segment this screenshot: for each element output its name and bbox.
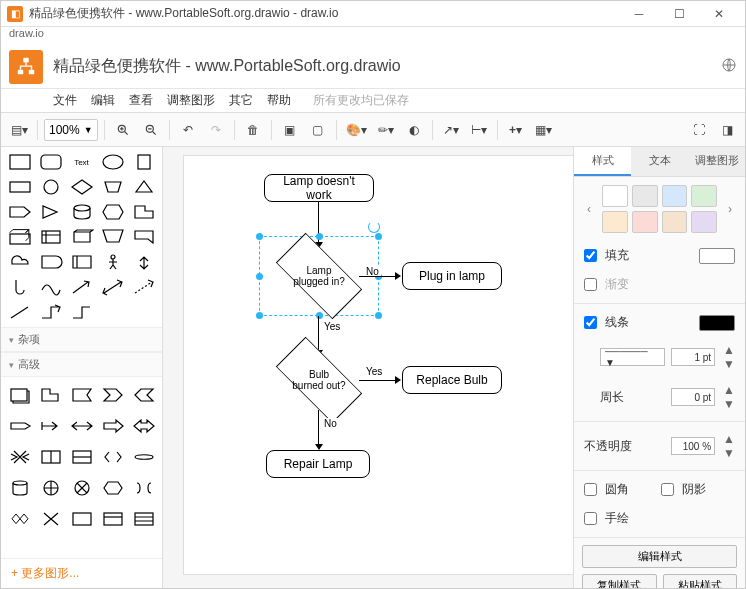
tab-arrange[interactable]: 调整图形 (688, 147, 745, 176)
opacity-input[interactable]: 100 % (671, 437, 715, 455)
flow-node-replace[interactable]: Replace Bulb (402, 366, 502, 394)
flow-node-start[interactable]: Lamp doesn't work (264, 174, 374, 202)
shape-palette-advanced[interactable] (1, 377, 162, 537)
copy-style-button[interactable]: 复制样式 (582, 574, 657, 589)
edge-label[interactable]: No (322, 418, 339, 429)
stepper-up-icon[interactable]: ▲ (723, 343, 735, 357)
more-shapes-button[interactable]: + 更多图形... (1, 558, 162, 588)
save-status: 所有更改均已保存 (313, 92, 409, 109)
svg-point-12 (74, 205, 90, 211)
format-panel: 样式 文本 调整图形 ‹ › 填充 渐变 线条 ────── ▼ 1 pt ▲▼… (573, 147, 745, 588)
close-button[interactable]: ✕ (699, 1, 739, 27)
fullscreen-icon[interactable]: ⛶ (687, 117, 711, 143)
tab-text[interactable]: 文本 (631, 147, 688, 176)
canvas[interactable]: Lamp doesn't work Lamp plugged in? No Pl… (163, 147, 573, 588)
line-color[interactable] (699, 315, 735, 331)
shadow-checkbox[interactable] (661, 483, 674, 496)
table-icon[interactable]: ▦▾ (532, 117, 556, 143)
app-icon: ◧ (7, 6, 23, 22)
perimeter-input[interactable]: 0 pt (671, 388, 715, 406)
undo-icon[interactable]: ↶ (176, 117, 200, 143)
menu-extras[interactable]: 其它 (229, 92, 253, 109)
svg-rect-1 (18, 69, 24, 74)
svg-rect-14 (42, 231, 60, 243)
address-bar: draw.io (1, 27, 745, 45)
toolbar: ▤▾ 100%▼ ↶ ↷ 🗑 ▣ ▢ 🎨▾ ✏▾ ◐ ↗▾ ⊢▾ +▾ ▦▾ ⛶… (1, 113, 745, 147)
svg-rect-16 (11, 389, 27, 401)
svg-rect-24 (135, 513, 153, 525)
toback-icon[interactable]: ▢ (306, 117, 330, 143)
maximize-button[interactable]: ☐ (659, 1, 699, 27)
svg-rect-23 (104, 513, 122, 525)
swatch-prev-icon[interactable]: ‹ (582, 202, 596, 216)
fillcolor-icon[interactable]: 🎨▾ (343, 117, 370, 143)
svg-rect-0 (23, 57, 29, 62)
insert-icon[interactable]: +▾ (504, 117, 528, 143)
drawio-logo (9, 50, 43, 84)
rotate-handle-icon[interactable] (368, 221, 380, 233)
svg-rect-2 (29, 69, 35, 74)
menu-bar: 文件 编辑 查看 调整图形 其它 帮助 所有更改均已保存 (1, 89, 745, 113)
window-title: 精品绿色便携软件 - www.PortableSoft.org.drawio -… (29, 5, 619, 22)
redo-icon[interactable]: ↷ (204, 117, 228, 143)
fill-color[interactable] (699, 248, 735, 264)
paste-style-button[interactable]: 粘贴样式 (663, 574, 738, 589)
rounded-checkbox[interactable] (584, 483, 597, 496)
edge-label[interactable]: Yes (322, 321, 342, 332)
edit-style-button[interactable]: 编辑样式 (582, 545, 737, 568)
stepper-down-icon[interactable]: ▼ (723, 357, 735, 371)
svg-point-15 (111, 255, 115, 259)
svg-point-19 (13, 481, 27, 485)
category-misc[interactable]: 杂项 (1, 327, 162, 352)
menu-help[interactable]: 帮助 (267, 92, 291, 109)
svg-rect-10 (10, 182, 30, 192)
category-advanced[interactable]: 高级 (1, 352, 162, 377)
menu-edit[interactable]: 编辑 (91, 92, 115, 109)
edge-label[interactable]: Yes (364, 366, 384, 377)
fill-checkbox[interactable] (584, 249, 597, 262)
zoom-select[interactable]: 100%▼ (44, 119, 98, 141)
line-width-input[interactable]: 1 pt (671, 348, 715, 366)
svg-rect-9 (138, 155, 150, 169)
linecolor-icon[interactable]: ✏▾ (374, 117, 398, 143)
waypoint-icon[interactable]: ⊢▾ (467, 117, 491, 143)
format-toggle-icon[interactable]: ◨ (715, 117, 739, 143)
gradient-checkbox[interactable] (584, 278, 597, 291)
shape-sidebar: Text (1, 147, 163, 588)
language-icon[interactable] (721, 57, 737, 76)
shape-palette-basic[interactable]: Text (1, 147, 162, 327)
svg-point-8 (103, 155, 123, 169)
tofront-icon[interactable]: ▣ (278, 117, 302, 143)
connection-icon[interactable]: ↗▾ (439, 117, 463, 143)
delete-icon[interactable]: 🗑 (241, 117, 265, 143)
drawing-page[interactable]: Lamp doesn't work Lamp plugged in? No Pl… (183, 155, 573, 575)
tab-style[interactable]: 样式 (574, 147, 631, 176)
swatch-next-icon[interactable]: › (723, 202, 737, 216)
sidebar-toggle-icon[interactable]: ▤▾ (7, 117, 31, 143)
flow-decision-plugged[interactable]: Lamp plugged in? (279, 246, 359, 306)
line-style-select[interactable]: ────── ▼ (600, 348, 665, 366)
zoom-in-icon[interactable] (111, 117, 135, 143)
menu-arrange[interactable]: 调整图形 (167, 92, 215, 109)
svg-rect-6 (10, 155, 30, 169)
shadow-icon[interactable]: ◐ (402, 117, 426, 143)
flow-node-repair[interactable]: Repair Lamp (266, 450, 370, 478)
svg-rect-22 (73, 513, 91, 525)
svg-point-11 (44, 180, 58, 194)
menu-file[interactable]: 文件 (53, 92, 77, 109)
flow-node-plugin[interactable]: Plug in lamp (402, 262, 502, 290)
menu-view[interactable]: 查看 (129, 92, 153, 109)
zoom-out-icon[interactable] (139, 117, 163, 143)
minimize-button[interactable]: ─ (619, 1, 659, 27)
document-title[interactable]: 精品绿色便携软件 - www.PortableSoft.org.drawio (53, 56, 401, 77)
line-checkbox[interactable] (584, 316, 597, 329)
sketch-checkbox[interactable] (584, 512, 597, 525)
flow-decision-bulb[interactable]: Bulb burned out? (279, 350, 359, 410)
style-swatches[interactable] (602, 185, 717, 233)
svg-rect-7 (41, 155, 61, 169)
